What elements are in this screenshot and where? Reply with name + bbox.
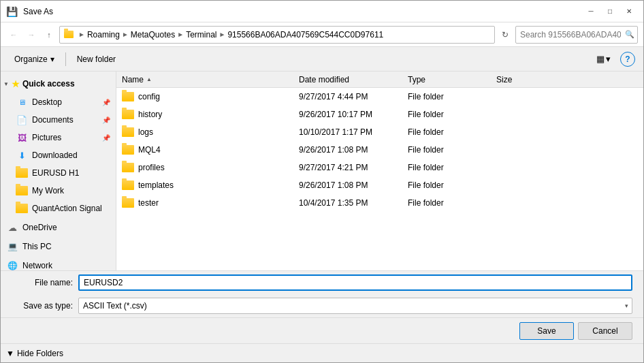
sort-arrow: ▲ xyxy=(146,76,152,82)
view-button[interactable]: ▦ ▾ xyxy=(594,50,613,68)
file-row-name: profiles xyxy=(122,163,299,172)
sidebar-item-quant[interactable]: QuantAction Signal xyxy=(1,200,116,217)
sidebar-documents-label: Documents xyxy=(32,115,74,125)
table-row[interactable]: templates 9/26/2017 1:08 PM File folder xyxy=(116,176,643,194)
file-row-date: 9/26/2017 1:08 PM xyxy=(299,145,408,155)
sidebar-desktop-label: Desktop xyxy=(32,97,62,107)
table-row[interactable]: MQL4 9/26/2017 1:08 PM File folder xyxy=(116,141,643,159)
file-row-name: templates xyxy=(122,180,299,190)
column-type[interactable]: Type xyxy=(408,75,496,84)
onedrive-icon: ☁ xyxy=(6,223,18,232)
table-row[interactable]: config 9/27/2017 4:44 PM File folder xyxy=(116,88,643,106)
file-name-input[interactable] xyxy=(78,274,632,291)
quant-folder-icon xyxy=(16,204,28,213)
save-button[interactable]: Save xyxy=(519,322,574,340)
file-row-type: File folder xyxy=(408,110,496,119)
pin-icon-pics: 📌 xyxy=(102,134,110,142)
sidebar-item-documents[interactable]: 📄 Documents 📌 xyxy=(1,111,116,129)
column-size[interactable]: Size xyxy=(496,75,638,84)
table-row[interactable]: history 9/26/2017 10:17 PM File folder xyxy=(116,106,643,123)
save-as-type-label: Save as type: xyxy=(12,301,73,311)
documents-icon: 📄 xyxy=(16,115,28,125)
sidebar-eurusd-label: EURUSD H1 xyxy=(32,168,79,178)
sidebar-thispc-label: This PC xyxy=(22,242,52,251)
refresh-button[interactable]: ↻ xyxy=(498,27,513,42)
sidebar-item-desktop[interactable]: 🖥 Desktop 📌 xyxy=(1,93,116,111)
minimize-button[interactable]: ─ xyxy=(582,4,600,19)
hide-folders-chevron: ▼ xyxy=(6,349,14,358)
hide-folders-row[interactable]: ▼ Hide Folders xyxy=(1,343,643,362)
quick-access-chevron: ▼ xyxy=(3,81,9,87)
file-row-name-text: templates xyxy=(138,180,174,190)
sidebar-item-thispc[interactable]: 💻 This PC xyxy=(1,238,116,255)
file-row-date: 10/4/2017 1:35 PM xyxy=(299,198,408,208)
file-row-name-text: config xyxy=(138,92,160,101)
file-row-name-text: tester xyxy=(138,198,159,208)
file-row-name-text: MQL4 xyxy=(138,145,161,155)
column-name[interactable]: Name ▲ xyxy=(122,75,299,84)
help-button[interactable]: ? xyxy=(620,52,635,67)
save-as-type-select[interactable]: ASCII Text (*.csv) xyxy=(78,298,632,314)
forward-button[interactable]: → xyxy=(24,27,39,42)
file-row-date: 9/27/2017 4:44 PM xyxy=(299,92,408,101)
folder-icon xyxy=(122,145,134,155)
file-row-date: 9/26/2017 1:08 PM xyxy=(299,180,408,190)
save-as-type-row: Save as type: ASCII Text (*.csv) ▾ xyxy=(1,294,643,317)
cancel-button[interactable]: Cancel xyxy=(578,322,632,340)
form-buttons-row: Save Cancel xyxy=(1,317,643,343)
file-row-type: File folder xyxy=(408,163,496,172)
file-row-name: config xyxy=(122,92,299,101)
table-row[interactable]: tester 10/4/2017 1:35 PM File folder xyxy=(116,194,643,212)
maximize-button[interactable]: □ xyxy=(601,4,619,19)
folder-icon xyxy=(122,92,134,101)
address-bar: ← → ↑ ► Roaming ► MetaQuotes ► Terminal … xyxy=(1,22,643,47)
up-button[interactable]: ↑ xyxy=(42,27,57,42)
breadcrumb-roaming: Roaming xyxy=(87,30,120,40)
save-as-type-wrapper: ASCII Text (*.csv) ▾ xyxy=(78,298,632,314)
folder-icon xyxy=(122,180,134,190)
column-date[interactable]: Date modified xyxy=(299,75,408,84)
new-folder-button[interactable]: New folder xyxy=(71,50,121,68)
sidebar-item-mywork[interactable]: My Work xyxy=(1,182,116,200)
sidebar-pictures-label: Pictures xyxy=(32,133,61,142)
organize-label: Organize xyxy=(14,54,48,64)
sidebar-item-pictures[interactable]: 🖼 Pictures 📌 xyxy=(1,129,116,146)
toolbar-separator xyxy=(65,52,66,66)
file-row-type: File folder xyxy=(408,145,496,155)
file-row-date: 10/10/2017 1:17 PM xyxy=(299,127,408,137)
breadcrumb-hash: 915566BA06ADA407569C544CC0D97611 xyxy=(227,30,383,40)
hide-folders-label: Hide Folders xyxy=(17,349,63,358)
table-row[interactable]: profiles 9/27/2017 4:21 PM File folder xyxy=(116,159,643,176)
downloaded-icon: ⬇ xyxy=(16,151,28,160)
file-row-date: 9/26/2017 10:17 PM xyxy=(299,110,408,119)
back-button[interactable]: ← xyxy=(6,27,21,42)
sidebar-quick-access-header[interactable]: ▼ ★ Quick access xyxy=(1,74,116,93)
toolbar: Organize ▾ New folder ▦ ▾ ? xyxy=(1,47,643,72)
close-button[interactable]: ✕ xyxy=(620,4,638,19)
sidebar-network-label: Network xyxy=(22,261,52,270)
breadcrumb[interactable]: ► Roaming ► MetaQuotes ► Terminal ► 9155… xyxy=(59,26,495,44)
desktop-icon: 🖥 xyxy=(16,97,28,107)
file-row-name-text: logs xyxy=(138,127,153,137)
new-folder-label: New folder xyxy=(77,54,116,64)
folder-icon xyxy=(122,127,134,137)
window-title: Save As xyxy=(23,7,53,16)
sidebar-item-onedrive[interactable]: ☁ OneDrive xyxy=(1,219,116,236)
search-icon[interactable]: 🔍 xyxy=(624,29,635,40)
network-icon: 🌐 xyxy=(6,261,18,270)
main-content: ▼ ★ Quick access 🖥 Desktop 📌 📄 Documents… xyxy=(1,72,643,270)
sidebar-item-downloaded[interactable]: ⬇ Downloaded xyxy=(1,146,116,164)
sidebar-section-network: 🌐 Network xyxy=(1,257,116,270)
table-row[interactable]: logs 10/10/2017 1:17 PM File folder xyxy=(116,123,643,141)
sidebar-item-network[interactable]: 🌐 Network xyxy=(1,257,116,270)
search-input[interactable] xyxy=(515,26,638,44)
quick-access-label: Quick access xyxy=(22,79,75,89)
file-row-type: File folder xyxy=(408,180,496,190)
file-rows-container: config 9/27/2017 4:44 PM File folder his… xyxy=(116,88,643,212)
organize-button[interactable]: Organize ▾ xyxy=(9,50,60,68)
sidebar-mywork-label: My Work xyxy=(32,186,64,195)
quick-access-star: ★ xyxy=(12,79,20,89)
sidebar-item-eurusd[interactable]: EURUSD H1 xyxy=(1,164,116,182)
folder-icon xyxy=(122,163,134,172)
view-chevron: ▾ xyxy=(606,54,611,64)
